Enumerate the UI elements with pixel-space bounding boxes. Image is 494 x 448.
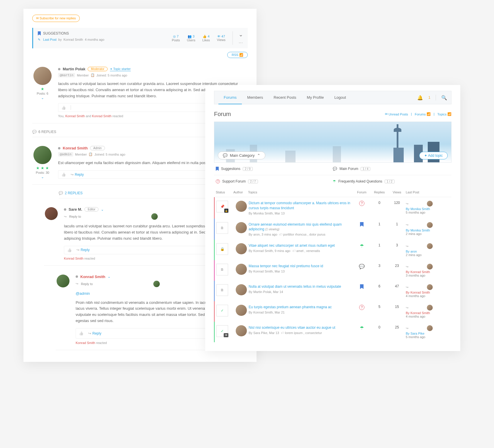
pencil-icon [38, 38, 41, 41]
category-selector[interactable]: 💬 Main Category ⌃ [218, 151, 265, 159]
last-post-author[interactable]: Konrad Smith [63, 38, 83, 41]
last-post[interactable]: By Konrad Smith4 months ago [406, 305, 450, 318]
reply-button[interactable]: Reply [88, 331, 101, 335]
forum-icon[interactable] [353, 222, 371, 228]
last-post[interactable]: By Konrad Smith3 months ago [406, 264, 450, 277]
chat-icon [32, 130, 37, 134]
add-topic-button[interactable]: ✦ Add topic [419, 152, 448, 159]
status-dot [58, 68, 60, 70]
forum-icon[interactable]: ☂ [353, 243, 371, 249]
nav-bar: ForumsMembersRecent PostsMy ProfileLogou… [214, 91, 451, 104]
avatar[interactable] [33, 67, 52, 85]
topic-link[interactable]: Dictum at tempor commodo ullamcorper a. … [249, 201, 353, 211]
rss-button[interactable]: RSS 📶 [227, 52, 248, 58]
forum-icon[interactable]: 💬 [353, 264, 371, 269]
avatar[interactable] [236, 201, 247, 212]
topic-row[interactable]: 📌🔒Dictum at tempor commodo ullamcorper a… [214, 197, 451, 219]
like-button[interactable] [79, 331, 84, 335]
topic-row[interactable]: ✓👁Nisl nisi scelerisque eu ultrices vita… [214, 322, 451, 342]
nav-tab-members[interactable]: Members [242, 91, 268, 104]
topic-link[interactable]: Vitae aliquet nec ullamcorper sit amet r… [249, 243, 353, 248]
subscribe-button[interactable]: ✉ Subscribe for new replies [32, 15, 80, 22]
topic-link[interactable]: Nulla at volutpat diam ut venenatis tell… [249, 284, 353, 289]
expand-icon[interactable] [239, 31, 243, 38]
avatar[interactable] [236, 222, 247, 233]
forum-icon[interactable]: ☂ [353, 325, 371, 331]
more-icon[interactable] [239, 40, 243, 45]
topics-table-header: Status Author Topics Forum Replies Views… [214, 188, 451, 197]
topic-row[interactable]: ✓Eu turpis egestas pretium aenean pharet… [214, 301, 451, 322]
author-name[interactable]: Konrad Smith [63, 146, 88, 150]
avatar[interactable] [236, 325, 247, 336]
nav-tab-forums[interactable]: Forums [218, 91, 242, 104]
forum-icon[interactable] [353, 284, 371, 290]
search-icon[interactable]: 🔍 [441, 95, 447, 100]
last-post[interactable]: By Konrad Smith4 months ago [406, 284, 450, 298]
like-button[interactable] [61, 105, 66, 110]
avatar[interactable] [45, 207, 58, 220]
category-link[interactable]: ☂ Frequently Asked Questions 1 / 2 [333, 179, 450, 183]
nav-tab-logout[interactable]: Logout [329, 91, 351, 104]
topic-link[interactable]: Ornare aenean euismod elementum nisi qui… [249, 222, 353, 232]
topic-header: SUGGESTIONS Last Post by Konrad Smith 4 … [32, 28, 248, 48]
forum-icon[interactable]: ? [353, 201, 371, 206]
reply-button[interactable]: Reply [71, 173, 84, 177]
topic-stats: ◎ 7Posts 👥 3Users 👍 4Likes 👁 47Views [172, 31, 243, 45]
status-icon: 🗎 [216, 222, 228, 234]
last-post-label[interactable]: Last Post [43, 38, 57, 41]
header-links: ✉ Unread Posts | Forums 📶 | Topics 📶 [385, 112, 451, 116]
role-badge: Admin [90, 146, 105, 150]
nav-tab-recent-posts[interactable]: Recent Posts [268, 91, 301, 104]
status-icon: ✓ [216, 305, 228, 316]
topic-row[interactable]: 🗎Ornare aenean euismod elementum nisi qu… [214, 219, 451, 240]
rating-stars: ★ [32, 87, 53, 91]
topic-row[interactable]: 🔒Vitae aliquet nec ullamcorper sit amet … [214, 240, 451, 260]
category-link[interactable]: Suggestions 2 / 9 [216, 167, 333, 171]
topic-row[interactable]: 🗎Massa tempor nec feugiat nisl pretiumo … [214, 260, 451, 281]
status-icon: 🔒 [216, 243, 228, 255]
author-name[interactable]: Martin Polak [63, 67, 85, 71]
status-icon: 📌🔒 [216, 201, 228, 212]
last-post[interactable]: By aron2 mins ago [406, 243, 450, 257]
nav-tab-my-profile[interactable]: My Profile [302, 91, 329, 104]
avatar[interactable] [236, 264, 247, 275]
bookmark-icon [38, 31, 41, 35]
avatar[interactable] [236, 305, 247, 316]
forum-panel: ForumsMembersRecent PostsMy ProfileLogou… [205, 85, 460, 351]
last-post[interactable]: By Monika Smith5 months ago [406, 201, 450, 214]
chevron-down-icon[interactable]: ⌄ [32, 96, 53, 100]
like-button[interactable] [61, 172, 66, 177]
category-link[interactable]: ? Support Forum 2 / 7 [216, 179, 333, 183]
topic-link[interactable]: Massa tempor nec feugiat nisl pretiumo f… [249, 264, 353, 269]
avatar[interactable] [57, 275, 69, 287]
topic-row[interactable]: 🗎Nulla at volutpat diam ut venenatis tel… [214, 281, 451, 301]
page-title: Forum [214, 111, 231, 117]
last-post[interactable]: By Monika Smith2 mins ago [406, 222, 450, 236]
forum-icon[interactable]: ? [353, 305, 371, 310]
avatar[interactable] [236, 243, 247, 254]
topic-link[interactable]: Nisl nisi scelerisque eu ultrices vitae … [249, 325, 353, 330]
notification-bell-icon[interactable]: 🔔 [417, 95, 423, 100]
reply-button[interactable]: Reply [77, 248, 90, 252]
last-post[interactable]: By Sara Pike5 months ago [406, 325, 450, 339]
status-icon: 🗎 [216, 264, 228, 275]
topic-title: SUGGESTIONS [43, 31, 69, 35]
category-link[interactable]: 💬 Main Forum 1 / 4 [333, 167, 450, 171]
topic-link[interactable]: Eu turpis egestas pretium aenean pharetr… [249, 305, 353, 310]
category-banner: 💬 Main Category ⌃ ✦ Add topic [214, 122, 451, 163]
topic-starter-badge: Topic starter [110, 67, 131, 71]
avatar[interactable] [236, 284, 247, 295]
avatar[interactable] [33, 146, 52, 164]
status-icon: ✓👁 [216, 325, 228, 337]
like-button[interactable] [67, 248, 72, 252]
role-badge: Moderator [88, 67, 108, 71]
status-icon: 🗎 [216, 284, 228, 296]
